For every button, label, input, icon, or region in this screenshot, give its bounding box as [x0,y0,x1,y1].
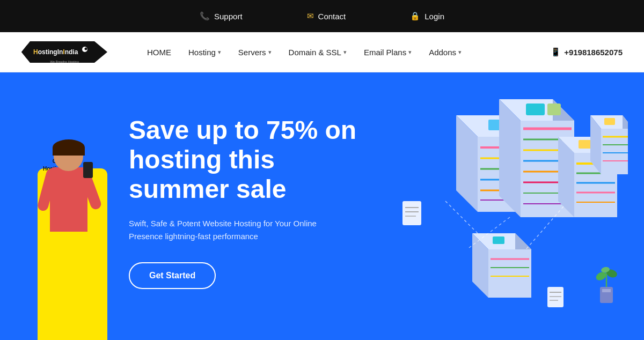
lock-icon: 🔒 [410,11,420,21]
svg-point-3 [85,48,87,50]
svg-marker-1 [21,39,33,65]
nav-servers[interactable]: Servers ▾ [231,43,279,61]
support-label: Support [214,12,243,21]
domain-chevron: ▾ [343,49,347,56]
person-phone-prop [83,162,93,178]
hero-title: Save up to 75% on hosting this summer sa… [129,115,365,204]
phone-icon: 📞 [200,11,210,21]
contact-label: Contact [318,12,346,21]
login-link[interactable]: 🔒 Login [410,11,444,21]
person-hair [53,139,85,156]
servers-chevron: ▾ [268,49,272,56]
nav-email-plans[interactable]: Email Plans ▾ [356,43,419,61]
get-started-button[interactable]: Get Started [129,262,216,289]
svg-rect-39 [579,140,592,149]
svg-rect-29 [547,104,561,115]
support-link[interactable]: 📞 Support [200,11,243,21]
hero-person: Only at HostingInIndia Personal consulta… [27,125,113,340]
navbar: HostingInIndia We Breathe Hosting HOME H… [0,32,644,72]
nav-hosting[interactable]: Hosting ▾ [181,43,229,61]
hero-content: Save up to 75% on hosting this summer sa… [129,115,365,289]
nav-addons[interactable]: Addons ▾ [421,43,469,61]
nav-phone[interactable]: 📱 +919818652075 [551,47,623,57]
hosting-chevron: ▾ [218,49,221,56]
nav-links: HOME Hosting ▾ Servers ▾ Domain & SSL ▾ … [140,43,551,61]
svg-rect-69 [602,289,611,292]
nav-domain-ssl[interactable]: Domain & SSL ▾ [281,43,354,61]
email-icon: ✉ [307,11,314,21]
svg-rect-48 [604,118,615,125]
svg-rect-28 [526,104,545,115]
svg-marker-52 [488,249,531,298]
hero-subtitle: Swift, Safe & Potent Website Hosting for… [129,217,343,243]
person-body [50,167,87,232]
server-illustration [360,83,628,340]
login-label: Login [425,12,444,21]
hero-section: Only at HostingInIndia Personal consulta… [0,72,644,340]
top-bar: 📞 Support ✉ Contact 🔒 Login [0,0,644,32]
contact-link[interactable]: ✉ Contact [307,11,346,21]
svg-rect-64 [547,287,564,307]
email-chevron: ▾ [408,49,412,56]
server-svg [360,83,628,340]
logo[interactable]: HostingInIndia We Breathe Hosting [21,39,107,65]
addons-chevron: ▾ [458,49,462,56]
nav-home[interactable]: HOME [140,43,179,61]
svg-marker-43 [601,129,628,174]
svg-rect-56 [493,236,504,244]
mobile-icon: 📱 [551,47,561,57]
svg-rect-60 [402,201,421,225]
